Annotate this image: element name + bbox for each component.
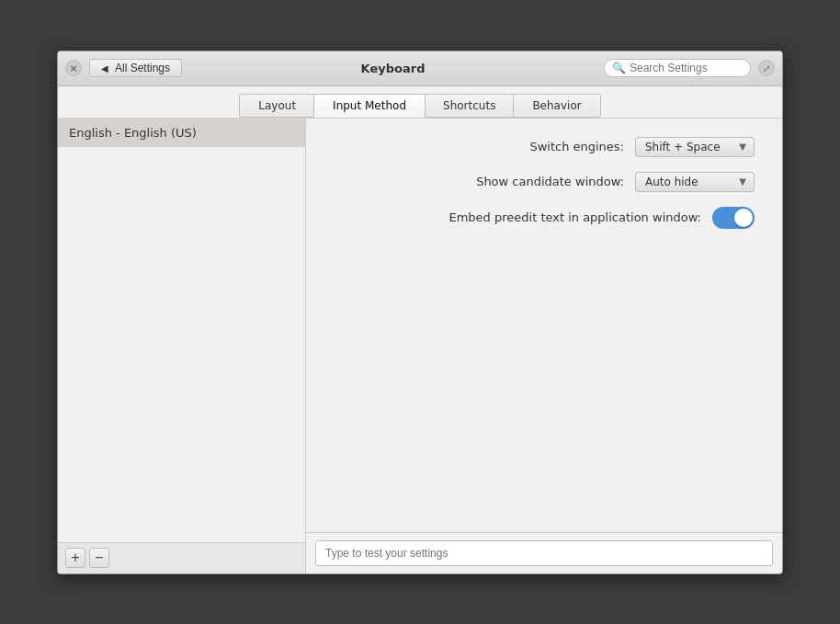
test-input[interactable] bbox=[315, 540, 773, 566]
tab-behavior[interactable]: Behavior bbox=[513, 94, 600, 118]
embed-preedit-row: Embed preedit text in application window… bbox=[334, 207, 755, 229]
maximize-button[interactable]: ⤢ bbox=[758, 60, 775, 76]
search-icon: 🔍 bbox=[612, 62, 626, 74]
settings-area: Switch engines: Shift + Space ▼ Show can… bbox=[306, 119, 782, 532]
show-candidate-label: Show candidate window: bbox=[476, 175, 624, 188]
switch-engines-row: Switch engines: Shift + Space ▼ bbox=[334, 137, 755, 157]
list-footer: + − bbox=[58, 542, 305, 573]
window-title: Keyboard bbox=[182, 62, 604, 75]
right-panel: Switch engines: Shift + Space ▼ Show can… bbox=[306, 119, 782, 573]
show-candidate-dropdown[interactable]: Auto hide ▼ bbox=[635, 172, 755, 192]
close-button[interactable]: × bbox=[65, 60, 82, 76]
input-list: English - English (US) bbox=[58, 119, 305, 542]
chevron-down-icon: ▼ bbox=[739, 142, 746, 152]
embed-preedit-toggle[interactable] bbox=[712, 207, 755, 229]
all-settings-label: All Settings bbox=[115, 62, 170, 74]
switch-engines-value: Shift + Space bbox=[645, 141, 721, 153]
search-box: 🔍 bbox=[604, 59, 751, 77]
remove-input-button[interactable]: − bbox=[89, 548, 109, 568]
titlebar: × ◀ All Settings Keyboard 🔍 ⤢ bbox=[58, 51, 782, 86]
search-input[interactable] bbox=[630, 62, 743, 74]
show-candidate-value: Auto hide bbox=[645, 176, 698, 188]
tab-shortcuts[interactable]: Shortcuts bbox=[424, 94, 515, 118]
add-input-button[interactable]: + bbox=[65, 548, 85, 568]
left-panel: English - English (US) + − bbox=[58, 119, 306, 573]
tab-layout[interactable]: Layout bbox=[239, 94, 315, 118]
chevron-down-icon-2: ▼ bbox=[739, 176, 746, 187]
test-input-area bbox=[306, 532, 782, 573]
content-area: English - English (US) + − Switch engine… bbox=[58, 119, 782, 573]
switch-engines-label: Switch engines: bbox=[529, 140, 624, 153]
tab-input-method[interactable]: Input Method bbox=[313, 94, 426, 118]
switch-engines-dropdown[interactable]: Shift + Space ▼ bbox=[635, 137, 755, 157]
main-window: × ◀ All Settings Keyboard 🔍 ⤢ Layout Inp… bbox=[57, 51, 783, 574]
embed-preedit-label: Embed preedit text in application window… bbox=[448, 210, 701, 224]
toggle-knob bbox=[734, 209, 753, 227]
back-arrow-icon: ◀ bbox=[101, 63, 108, 74]
show-candidate-row: Show candidate window: Auto hide ▼ bbox=[334, 172, 755, 192]
list-item[interactable]: English - English (US) bbox=[58, 119, 305, 147]
tabs-bar: Layout Input Method Shortcuts Behavior bbox=[58, 86, 782, 119]
all-settings-button[interactable]: ◀ All Settings bbox=[89, 59, 182, 77]
